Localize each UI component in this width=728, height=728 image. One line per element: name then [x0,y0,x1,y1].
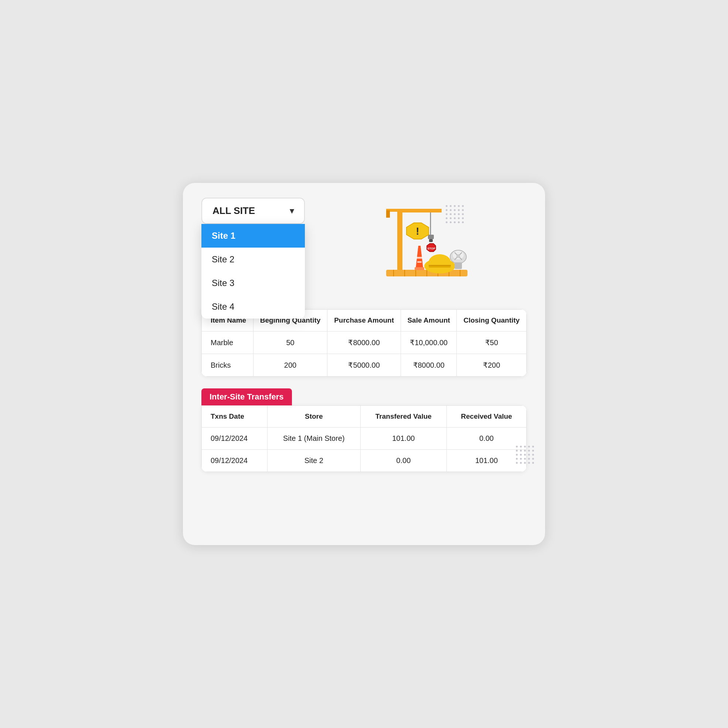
dot-decoration-top [446,205,464,223]
col-sale-amount: Sale Amount [401,310,456,332]
svg-point-31 [456,254,460,258]
dropdown-label: ALL SITE [213,205,255,217]
cell-transferred-1: 101.00 [360,428,447,450]
table-row: 09/12/2024 Site 1 (Main Store) 101.00 0.… [202,428,527,450]
dropdown-item-site4[interactable]: Site 4 [201,295,305,318]
cell-received-2: 101.00 [447,450,526,472]
activity-logs-table-card: Item Name Begining Quantity Purchase Amo… [201,309,527,376]
cell-store-2: Site 2 [267,450,360,472]
transfers-header-row: Txns Date Store Transfered Value Receive… [202,406,527,428]
col-purchase-amount: Purchase Amount [327,310,401,332]
svg-rect-20 [414,267,424,270]
site-dropdown-menu: Site 1 Site 2 Site 3 Site 4 [201,224,305,318]
cell-date-2: 09/12/2024 [202,450,268,472]
site-dropdown-trigger[interactable]: ALL SITE ▾ [201,198,305,224]
svg-rect-14 [429,239,433,242]
svg-rect-8 [397,209,402,270]
cell-closing-bricks: ₹200 [457,354,527,376]
svg-rect-9 [397,209,442,213]
svg-rect-32 [454,262,462,269]
cell-purchase-marble: ₹8000.00 [327,332,401,354]
transfers-table-card: Txns Date Store Transfered Value Receive… [201,405,527,472]
col-closing-qty: Closing Quantity [457,310,527,332]
chevron-down-icon: ▾ [290,206,294,216]
cell-date-1: 09/12/2024 [202,428,268,450]
col-received-value: Received Value [447,406,526,428]
site-dropdown-wrapper: ALL SITE ▾ Site 1 Site 2 Site 3 Site 4 [201,198,305,224]
svg-text:!: ! [416,225,419,237]
construction-illustration: ! STOP [320,198,527,279]
cell-sale-bricks: ₹8000.00 [401,354,456,376]
dropdown-item-site2[interactable]: Site 2 [201,248,305,271]
dot-decoration-bottom [516,446,534,464]
svg-rect-22 [417,261,422,263]
cell-item-marble: Marble [202,332,254,354]
cell-transferred-2: 0.00 [360,450,447,472]
top-section: ALL SITE ▾ Site 1 Site 2 Site 3 Site 4 [201,198,527,279]
cell-purchase-bricks: ₹5000.00 [327,354,401,376]
table-row: 09/12/2024 Site 2 0.00 101.00 [202,450,527,472]
transfers-title: Inter-Site Transfers [201,388,292,405]
col-store: Store [267,406,360,428]
dropdown-item-site3[interactable]: Site 3 [201,271,305,295]
svg-rect-13 [428,235,434,239]
activity-logs-table: Item Name Begining Quantity Purchase Amo… [201,309,527,376]
cell-closing-marble: ₹50 [457,332,527,354]
cell-item-bricks: Bricks [202,354,254,376]
cell-sale-marble: ₹10,000.00 [401,332,456,354]
svg-text:STOP: STOP [427,247,435,250]
cell-received-1: 0.00 [447,428,526,450]
svg-rect-11 [386,210,390,218]
col-txns-date: Txns Date [202,406,268,428]
col-transferred-value: Transfered Value [360,406,447,428]
table-row: Bricks 200 ₹5000.00 ₹8000.00 ₹200 [202,354,527,376]
transfers-table: Txns Date Store Transfered Value Receive… [201,405,527,472]
main-card: ALL SITE ▾ Site 1 Site 2 Site 3 Site 4 [183,183,545,545]
cell-store-1: Site 1 (Main Store) [267,428,360,450]
transfers-section: Inter-Site Transfers Txns Date Store Tra… [201,388,527,472]
cell-beg-qty-marble: 50 [253,332,327,354]
table-row: Marble 50 ₹8000.00 ₹10,000.00 ₹50 [202,332,527,354]
cell-beg-qty-bricks: 200 [253,354,327,376]
dropdown-item-site1[interactable]: Site 1 [201,224,305,248]
svg-point-16 [429,254,451,271]
svg-rect-21 [416,257,422,258]
